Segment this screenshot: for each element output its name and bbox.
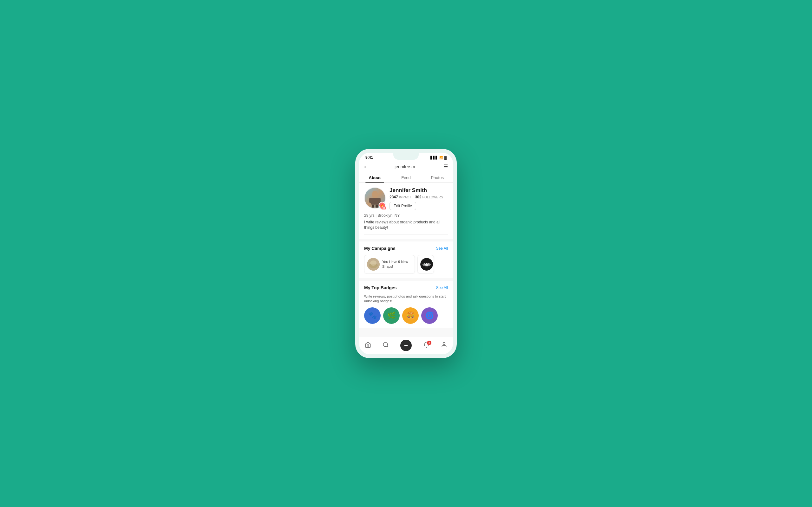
profile-bio: I write reviews about organic products a… bbox=[364, 220, 448, 230]
svg-point-18 bbox=[384, 342, 388, 346]
impact-number: 2347 bbox=[390, 195, 398, 199]
phone-screen: 9:41 ▋▋▋ 📶 ▓ ‹ jennifersm ☰ About Feed P… bbox=[359, 153, 453, 354]
profile-age: 29 yrs bbox=[364, 213, 374, 218]
campaigns-header: My Campaigns See All bbox=[364, 246, 448, 251]
profile-section: 🔥 30 Jennifer Smith 2347 IMPACT bbox=[359, 183, 453, 239]
profile-name: Jennifer Smith bbox=[390, 187, 448, 193]
badges-see-all[interactable]: See All bbox=[436, 285, 448, 290]
campaigns-list: You Have 9 New Snaps! bbox=[364, 255, 448, 274]
badge-leaf-icon: 🌿 bbox=[387, 312, 396, 320]
nav-add[interactable] bbox=[400, 340, 412, 351]
followers-stat: 302 FOLLOWERS bbox=[415, 195, 444, 199]
badge-burger: 🍔 bbox=[402, 307, 419, 324]
svg-line-19 bbox=[387, 346, 388, 347]
notifications-badge: 2 bbox=[427, 341, 432, 345]
impact-stat: 2347 IMPACT bbox=[390, 195, 411, 199]
nav-notifications[interactable]: 2 bbox=[423, 342, 429, 349]
profile-stats: 2347 IMPACT 302 FOLLOWERS bbox=[390, 195, 448, 199]
campaign-card-1[interactable]: You Have 9 New Snaps! bbox=[364, 255, 415, 274]
nav-home[interactable] bbox=[365, 342, 371, 349]
profile-divider bbox=[364, 234, 448, 234]
badge-paw-icon: 🐾 bbox=[368, 312, 377, 320]
app-header: ‹ jennifersm ☰ bbox=[359, 161, 453, 172]
badge-paw: 🐾 bbox=[364, 307, 380, 324]
add-button[interactable] bbox=[400, 340, 412, 351]
campaign-text-1: You Have 9 New Snaps! bbox=[382, 260, 412, 269]
page-content: 🔥 30 Jennifer Smith 2347 IMPACT bbox=[359, 183, 453, 337]
nav-profile[interactable] bbox=[441, 342, 447, 349]
badge-spiral-icon: 🌀 bbox=[425, 312, 434, 320]
badges-title: My Top Badges bbox=[364, 285, 397, 290]
home-icon bbox=[365, 342, 371, 349]
badge-spiral: 🌀 bbox=[421, 307, 438, 324]
badge-leaf: 🌿 bbox=[383, 307, 400, 324]
svg-rect-3 bbox=[369, 198, 372, 203]
badges-header: My Top Badges See All bbox=[364, 285, 448, 290]
status-icons: ▋▋▋ 📶 ▓ bbox=[430, 156, 447, 159]
back-button[interactable]: ‹ bbox=[364, 163, 366, 170]
tab-photos[interactable]: Photos bbox=[421, 172, 453, 182]
badges-section: My Top Badges See All Write reviews, pos… bbox=[359, 281, 453, 329]
svg-rect-6 bbox=[375, 205, 378, 208]
impact-label: IMPACT bbox=[399, 195, 411, 199]
status-time: 9:41 bbox=[365, 155, 373, 160]
streak-count: 30 bbox=[381, 207, 386, 210]
phone-notch bbox=[393, 153, 419, 160]
tab-feed[interactable]: Feed bbox=[391, 172, 422, 182]
avatar-container: 🔥 30 bbox=[364, 187, 386, 209]
svg-point-22 bbox=[443, 342, 445, 344]
header-username: jennifersm bbox=[395, 164, 415, 169]
svg-point-9 bbox=[370, 261, 376, 266]
svg-rect-5 bbox=[372, 205, 374, 208]
phone-frame: 9:41 ▋▋▋ 📶 ▓ ‹ jennifersm ☰ About Feed P… bbox=[355, 149, 457, 358]
campaign-thumb-2 bbox=[420, 258, 433, 271]
campaign-card-2[interactable] bbox=[417, 255, 434, 274]
campaigns-section: My Campaigns See All bbox=[359, 241, 453, 278]
bottom-nav: 2 bbox=[359, 337, 453, 354]
nav-search[interactable] bbox=[383, 342, 389, 349]
campaign-thumb-1 bbox=[367, 258, 380, 271]
campaigns-see-all[interactable]: See All bbox=[436, 246, 448, 250]
campaigns-title: My Campaigns bbox=[364, 246, 396, 251]
svg-point-1 bbox=[372, 191, 378, 198]
followers-label: FOLLOWERS bbox=[422, 195, 444, 199]
profile-header: 🔥 30 Jennifer Smith 2347 IMPACT bbox=[364, 187, 448, 210]
signal-icon: ▋▋▋ bbox=[430, 156, 438, 159]
badge-burger-icon: 🍔 bbox=[406, 312, 415, 320]
svg-point-17 bbox=[425, 266, 428, 268]
tab-about[interactable]: About bbox=[359, 172, 391, 182]
battery-icon: ▓ bbox=[444, 156, 447, 159]
profile-info: Jennifer Smith 2347 IMPACT 302 FOLLOWERS bbox=[390, 187, 448, 210]
profile-meta: 29 yrs | Brooklyn, NY bbox=[364, 213, 448, 218]
search-icon bbox=[383, 342, 389, 349]
menu-button[interactable]: ☰ bbox=[444, 164, 448, 170]
badges-list: 🐾 🌿 🍔 🌀 bbox=[364, 307, 448, 324]
profile-location: Brooklyn, NY bbox=[377, 213, 400, 218]
wifi-icon: 📶 bbox=[439, 156, 443, 159]
profile-icon bbox=[441, 342, 447, 349]
followers-number: 302 bbox=[415, 195, 421, 199]
edit-profile-button[interactable]: Edit Profile bbox=[390, 202, 416, 210]
profile-tabs: About Feed Photos bbox=[359, 172, 453, 183]
badges-description: Write reviews, post photos and ask quest… bbox=[364, 294, 448, 304]
